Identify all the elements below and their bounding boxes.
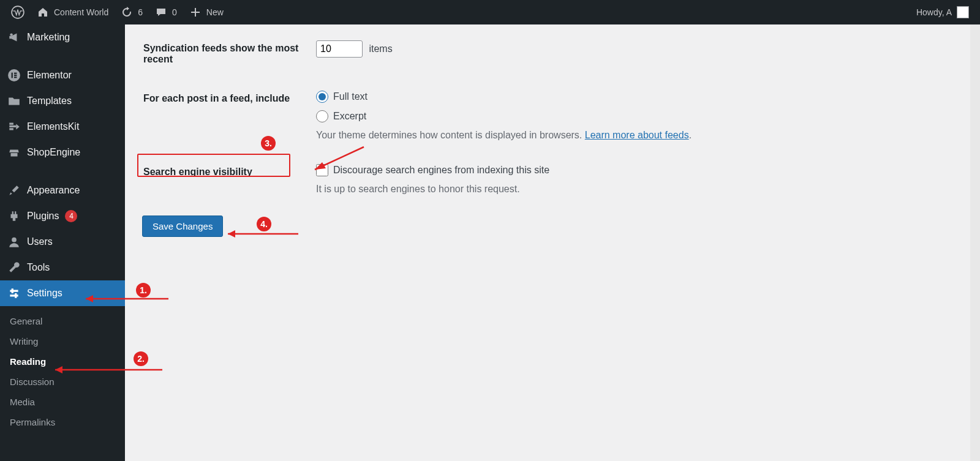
howdy-text: Howdy, A xyxy=(916,7,952,17)
submenu-media[interactable]: Media xyxy=(0,392,125,412)
sidebar-item-tools[interactable]: Tools xyxy=(0,255,125,280)
wrench-icon xyxy=(7,261,21,274)
scrollbar[interactable]: ▴ xyxy=(970,0,980,461)
comments-count: 0 xyxy=(172,7,177,17)
user-icon xyxy=(7,235,21,249)
annotation-arrow-1 xyxy=(80,293,172,305)
update-icon xyxy=(121,6,133,18)
svg-rect-9 xyxy=(10,294,18,296)
svg-rect-3 xyxy=(12,73,13,78)
updates-count: 6 xyxy=(138,7,143,17)
howdy-account[interactable]: Howdy, A xyxy=(910,0,975,24)
feeds-count-input[interactable] xyxy=(316,40,363,58)
settings-reading-content: Syndication feeds show the most recent i… xyxy=(125,0,980,274)
plus-icon xyxy=(189,6,202,18)
annotation-box-3 xyxy=(137,154,290,177)
updates[interactable]: 6 xyxy=(115,0,149,24)
folder-icon xyxy=(7,94,21,108)
wp-logo[interactable] xyxy=(5,0,31,24)
sidebar-item-label: Elementor xyxy=(27,70,72,81)
sidebar-item-shopengine[interactable]: ShopEngine xyxy=(0,140,125,165)
submenu-general[interactable]: General xyxy=(0,311,125,331)
megaphone-icon xyxy=(7,31,21,44)
sidebar-item-users[interactable]: Users xyxy=(0,229,125,255)
sidebar-item-label: Appearance xyxy=(27,185,80,196)
feed-include-full-label: Full text xyxy=(333,91,368,102)
svg-marker-13 xyxy=(315,162,326,170)
wordpress-icon xyxy=(11,6,24,19)
svg-rect-8 xyxy=(10,290,18,292)
svg-rect-11 xyxy=(15,293,17,298)
svg-rect-4 xyxy=(14,73,17,74)
svg-point-0 xyxy=(12,6,24,18)
save-changes-button[interactable]: Save Changes xyxy=(142,216,223,237)
new-label: New xyxy=(206,7,224,17)
sidebar-item-label: Marketing xyxy=(27,32,70,43)
sidebar-item-label: ElementsKit xyxy=(27,121,79,132)
site-name-text: Content World xyxy=(54,7,108,17)
svg-rect-10 xyxy=(12,288,13,293)
svg-marker-15 xyxy=(228,230,235,238)
learn-more-feeds-link[interactable]: Learn more about feeds xyxy=(585,130,689,140)
plugin-icon xyxy=(7,209,21,223)
svg-point-7 xyxy=(12,238,17,242)
home-icon xyxy=(37,6,49,18)
sidebar-item-label: Settings xyxy=(27,288,62,299)
elementskit-icon xyxy=(7,120,21,133)
site-name[interactable]: Content World xyxy=(31,0,115,24)
admin-bar: Content World 6 0 New Howdy, A xyxy=(0,0,980,24)
comment-icon xyxy=(155,6,167,18)
comments[interactable]: 0 xyxy=(149,0,183,24)
sidebar-item-elementskit[interactable]: ElementsKit xyxy=(0,114,125,140)
feed-include-excerpt-radio[interactable] xyxy=(316,110,328,122)
annotation-3: 3. xyxy=(261,136,276,151)
sidebar-item-appearance[interactable]: Appearance xyxy=(0,178,125,203)
sidebar-item-marketing[interactable]: Marketing xyxy=(0,24,125,50)
sidebar-item-label: Tools xyxy=(27,262,50,273)
svg-marker-19 xyxy=(55,366,62,373)
submenu-writing[interactable]: Writing xyxy=(0,331,125,351)
plugins-badge: 4 xyxy=(65,210,77,222)
feed-include-label: For each post in a feed, include xyxy=(143,80,315,152)
annotation-arrow-3 xyxy=(303,144,370,174)
feed-include-full-radio[interactable] xyxy=(316,91,328,103)
shop-icon xyxy=(7,146,21,159)
svg-rect-6 xyxy=(14,77,17,78)
annotation-arrow-2 xyxy=(49,364,165,376)
sidebar-item-label: Plugins xyxy=(27,211,59,222)
feed-include-desc: Your theme determines how content is dis… xyxy=(316,130,585,140)
svg-rect-5 xyxy=(14,75,17,76)
feeds-count-label: Syndication feeds show the most recent xyxy=(143,29,315,78)
sidebar-item-label: Templates xyxy=(27,96,72,107)
svg-point-1 xyxy=(10,33,12,36)
new-content[interactable]: New xyxy=(183,0,230,24)
svg-marker-17 xyxy=(86,295,93,302)
sidebar-item-label: Users xyxy=(27,236,53,247)
brush-icon xyxy=(7,184,21,197)
elementor-icon xyxy=(7,69,21,82)
admin-sidebar: Marketing Elementor Templates ElementsKi… xyxy=(0,24,125,461)
submenu-permalinks[interactable]: Permalinks xyxy=(0,412,125,432)
sidebar-item-plugins[interactable]: Plugins 4 xyxy=(0,203,125,229)
avatar xyxy=(957,6,969,18)
search-visibility-note: It is up to search engines to honor this… xyxy=(316,184,692,195)
sidebar-item-elementor[interactable]: Elementor xyxy=(0,62,125,88)
settings-icon xyxy=(7,287,21,300)
sidebar-item-templates[interactable]: Templates xyxy=(0,88,125,114)
feed-include-excerpt-label: Excerpt xyxy=(333,111,366,122)
feeds-units: items xyxy=(369,43,392,54)
sidebar-item-label: ShopEngine xyxy=(27,147,80,158)
annotation-arrow-4 xyxy=(222,228,301,240)
